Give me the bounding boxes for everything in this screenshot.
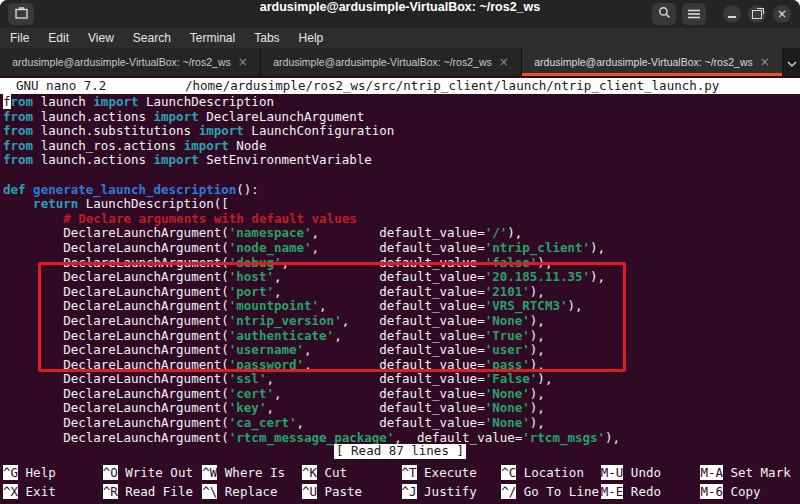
- code-line: DeclareLaunchArgument('key', default_val…: [3, 401, 800, 416]
- title-bar-actions: ×: [646, 0, 791, 28]
- code-line: def generate_launch_description():: [3, 183, 800, 198]
- hamburger-menu-icon: [688, 7, 700, 22]
- shortcut-key: M-E: [601, 484, 624, 499]
- chevron-down-icon: [787, 55, 797, 70]
- shortcut-copy: M-6 Copy: [700, 485, 800, 500]
- shortcut-exit: ^X Exit: [3, 485, 103, 500]
- shortcut-label: Justify: [417, 484, 477, 499]
- minimize-icon: [728, 16, 736, 18]
- shortcut-label: Copy: [723, 484, 761, 499]
- shortcut-label: Go To Line: [516, 484, 599, 499]
- restore-button[interactable]: [748, 5, 766, 23]
- code-line: from launch.actions import DeclareLaunch…: [3, 110, 800, 125]
- shortcut-label: Redo: [623, 484, 661, 499]
- search-icon: [658, 6, 671, 22]
- shortcut-label: Paste: [317, 484, 362, 499]
- tab-bar: ardusimple@ardusimple-VirtualBox: ~/ros2…: [0, 48, 800, 76]
- code-line: DeclareLaunchArgument('mountpoint', defa…: [3, 299, 800, 314]
- shortcut-row-2: ^X Exit^R Read File^\ Replace^U Paste^J …: [3, 485, 800, 500]
- shortcut-redo: M-E Redo: [601, 485, 701, 500]
- code-line: DeclareLaunchArgument('debug', default_v…: [3, 256, 800, 271]
- shortcut-label: Read File: [118, 484, 193, 499]
- nano-version: GNU nano 7.2: [16, 79, 106, 94]
- code-line: DeclareLaunchArgument('ssl', default_val…: [3, 372, 800, 387]
- code-line: from launch_ros.actions import Node: [3, 139, 800, 154]
- shortcut-undo: M-U Undo: [601, 466, 701, 481]
- code-line: DeclareLaunchArgument('ntrip_version', d…: [3, 314, 800, 329]
- window-menu-button[interactable]: [682, 3, 706, 25]
- tab-list-button[interactable]: [783, 48, 800, 76]
- code-line: DeclareLaunchArgument('port', default_va…: [3, 285, 800, 300]
- shortcut-key: ^C: [501, 465, 516, 480]
- menu-item-file[interactable]: File: [10, 31, 29, 45]
- shortcut-key: M-A: [700, 465, 723, 480]
- shortcut-label: Where Is: [217, 465, 285, 480]
- minimize-button[interactable]: [723, 5, 741, 23]
- shortcut-key: ^\: [202, 484, 217, 499]
- shortcut-row-1: ^G Help^O Write Out^W Where Is^K Cut^T E…: [3, 466, 800, 481]
- code-line: from launch.substitutions import LaunchC…: [3, 124, 800, 139]
- shortcut-location: ^C Location: [501, 466, 601, 481]
- menu-item-view[interactable]: View: [88, 31, 114, 45]
- new-tab-button[interactable]: [8, 3, 34, 25]
- menu-item-search[interactable]: Search: [133, 31, 171, 45]
- tab-label: ardusimple@ardusimple-VirtualBox: ~/ros2…: [273, 56, 492, 68]
- shortcut-label: Help: [18, 465, 56, 480]
- tab-close-icon[interactable]: ×: [499, 55, 509, 69]
- tab-label: ardusimple@ardusimple-VirtualBox: ~/ros2…: [12, 56, 231, 68]
- shortcut-label: Write Out: [118, 465, 193, 480]
- shortcut-read-file: ^R Read File: [103, 485, 203, 500]
- code-area[interactable]: from launch import LaunchDescriptionfrom…: [3, 95, 800, 460]
- shortcut-label: Undo: [623, 465, 661, 480]
- shortcut-write-out: ^O Write Out: [103, 466, 203, 481]
- code-line: DeclareLaunchArgument('authenticate', de…: [3, 329, 800, 344]
- shortcut-label: Location: [516, 465, 584, 480]
- title-bar: ardusimple@ardusimple-VirtualBox: ~/ros2…: [0, 0, 800, 29]
- menu-bar: FileEditViewSearchTerminalTabsHelp: [0, 28, 800, 49]
- nano-file-path: /home/ardusimple/ros2_ws/src/ntrip_clien…: [185, 79, 719, 94]
- code-line: DeclareLaunchArgument('node_name', defau…: [3, 241, 800, 256]
- shortcut-label: Replace: [217, 484, 277, 499]
- shortcut-key: ^G: [3, 465, 18, 480]
- shortcut-key: ^O: [103, 465, 118, 480]
- shortcut-replace: ^\ Replace: [202, 485, 302, 500]
- code-line: DeclareLaunchArgument('username', defaul…: [3, 343, 800, 358]
- shortcut-help: ^G Help: [3, 466, 103, 481]
- shortcut-key: ^R: [103, 484, 118, 499]
- window-title: ardusimple@ardusimple-VirtualBox: ~/ros2…: [120, 0, 680, 28]
- new-tab-icon: [15, 7, 28, 22]
- shortcut-label: Execute: [417, 465, 477, 480]
- menu-item-edit[interactable]: Edit: [48, 31, 69, 45]
- shortcut-key: ^W: [202, 465, 217, 480]
- code-line: DeclareLaunchArgument('namespace', defau…: [3, 226, 800, 241]
- code-line: return LaunchDescription([: [3, 197, 800, 212]
- code-line: from launch import LaunchDescription: [3, 95, 800, 110]
- tab-close-icon[interactable]: ×: [760, 55, 770, 69]
- code-line: # Declare arguments with default values: [3, 212, 800, 227]
- nano-title-bar: GNU nano 7.2 /home/ardusimple/ros2_ws/sr…: [0, 78, 800, 94]
- tab-terminal-3[interactable]: ardusimple@ardusimple-VirtualBox: ~/ros2…: [522, 48, 783, 76]
- code-line: from launch.actions import SetEnvironmen…: [3, 153, 800, 168]
- shortcut-key: ^X: [3, 484, 18, 499]
- menu-item-terminal[interactable]: Terminal: [190, 31, 235, 45]
- tab-terminal-2[interactable]: ardusimple@ardusimple-VirtualBox: ~/ros2…: [261, 48, 522, 76]
- tab-label: ardusimple@ardusimple-VirtualBox: ~/ros2…: [534, 56, 753, 68]
- code-line: DeclareLaunchArgument('cert', default_va…: [3, 387, 800, 402]
- tab-close-icon[interactable]: ×: [238, 55, 248, 69]
- close-button[interactable]: ×: [773, 5, 791, 23]
- shortcut-cut: ^K Cut: [302, 466, 402, 481]
- shortcut-key: ^/: [501, 484, 516, 499]
- menu-item-tabs[interactable]: Tabs: [254, 31, 279, 45]
- restore-icon: [752, 10, 762, 19]
- menu-item-help[interactable]: Help: [299, 31, 324, 45]
- shortcut-where-is: ^W Where Is: [202, 466, 302, 481]
- terminal-pane[interactable]: GNU nano 7.2 /home/ardusimple/ros2_ws/sr…: [0, 76, 800, 504]
- tab-terminal-1[interactable]: ardusimple@ardusimple-VirtualBox: ~/ros2…: [0, 48, 261, 76]
- shortcut-label: Cut: [317, 465, 347, 480]
- nano-status-message: [ Read 87 lines ]: [334, 444, 466, 459]
- search-button[interactable]: [652, 3, 676, 25]
- code-line: [3, 168, 800, 183]
- code-line: DeclareLaunchArgument('host', default_va…: [3, 270, 800, 285]
- shortcut-paste: ^U Paste: [302, 485, 402, 500]
- shortcut-key: ^U: [302, 484, 317, 499]
